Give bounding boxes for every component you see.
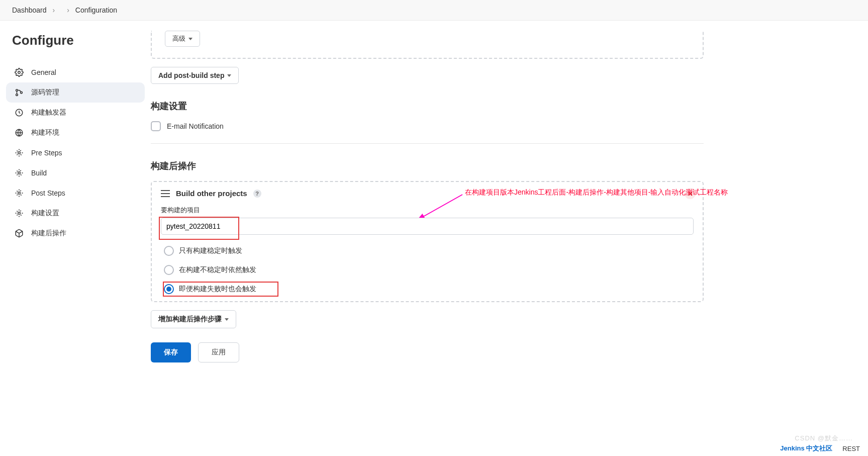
section-post-build: 构建后操作 bbox=[151, 160, 704, 172]
nav-label: 构建设置 bbox=[31, 209, 59, 218]
svg-point-9 bbox=[18, 212, 21, 215]
nav-label: Post Steps bbox=[31, 189, 65, 197]
nav-general[interactable]: General bbox=[6, 62, 145, 82]
nav-label: 构建后操作 bbox=[31, 229, 66, 238]
chevron-right-icon: › bbox=[53, 6, 55, 14]
add-post-build-step-button[interactable]: Add post-build step bbox=[151, 67, 239, 84]
svg-point-7 bbox=[18, 172, 21, 174]
svg-point-1 bbox=[16, 89, 18, 92]
gear-icon bbox=[14, 148, 24, 158]
svg-point-3 bbox=[21, 92, 23, 94]
breadcrumb: Dashboard › › Configuration bbox=[0, 0, 868, 21]
nav-scm[interactable]: 源码管理 bbox=[6, 82, 145, 103]
nav-label: 构建环境 bbox=[31, 128, 59, 137]
add-post-build-action-button[interactable]: 增加构建后操作步骤 bbox=[151, 310, 236, 328]
nav-label: Pre Steps bbox=[31, 149, 62, 157]
page-title: Configure bbox=[12, 33, 139, 48]
build-other-projects-box: ✕ Build other projects ? 在构建项目版本Jenkins工… bbox=[151, 181, 704, 302]
sidebar: Configure General 源码管理 构建触发器 构建环境 Pre St… bbox=[0, 21, 151, 383]
breadcrumb-item[interactable]: Dashboard bbox=[12, 6, 47, 14]
chevron-down-icon bbox=[225, 318, 229, 321]
email-notification-label: E-mail Notification bbox=[167, 122, 224, 130]
nav-build[interactable]: Build bbox=[6, 163, 145, 183]
divider bbox=[151, 143, 704, 144]
nav-build-env[interactable]: 构建环境 bbox=[6, 123, 145, 143]
main-content: 高级 Add post-build step 构建设置 E-mail Notif… bbox=[151, 21, 724, 383]
radio-stable-only[interactable]: 只有构建稳定时触发 bbox=[164, 246, 694, 256]
drag-handle-icon[interactable] bbox=[161, 190, 170, 197]
svg-point-2 bbox=[16, 94, 18, 96]
projects-to-build-input[interactable] bbox=[161, 218, 694, 235]
apply-button[interactable]: 应用 bbox=[198, 342, 239, 362]
globe-icon bbox=[14, 128, 24, 138]
nav-label: 构建触发器 bbox=[31, 108, 66, 117]
radio-icon bbox=[164, 246, 174, 256]
email-notification-checkbox[interactable] bbox=[151, 121, 161, 131]
chevron-down-icon bbox=[188, 38, 192, 40]
gear-icon bbox=[14, 67, 24, 77]
radio-icon bbox=[164, 265, 174, 275]
svg-point-6 bbox=[18, 152, 21, 154]
radio-icon bbox=[164, 284, 174, 294]
radio-unstable[interactable]: 在构建不稳定时依然触发 bbox=[164, 265, 694, 275]
advanced-button[interactable]: 高级 bbox=[165, 31, 200, 47]
gear-icon bbox=[14, 208, 24, 218]
prev-step-box: 高级 bbox=[151, 31, 704, 59]
svg-point-0 bbox=[18, 71, 21, 74]
chevron-down-icon bbox=[227, 74, 231, 77]
nav-build-settings[interactable]: 构建设置 bbox=[6, 203, 145, 223]
package-icon bbox=[14, 228, 24, 238]
nav-pre-steps[interactable]: Pre Steps bbox=[6, 143, 145, 163]
annotation-text: 在构建项目版本Jenkins工程后面-构建后操作-构建其他项目-输入自动化测试工… bbox=[465, 188, 728, 197]
branch-icon bbox=[14, 87, 24, 98]
nav-triggers[interactable]: 构建触发器 bbox=[6, 103, 145, 123]
svg-point-8 bbox=[18, 192, 21, 195]
nav-label: General bbox=[31, 68, 56, 76]
nav-post-steps[interactable]: Post Steps bbox=[6, 183, 145, 203]
section-build-settings: 构建设置 bbox=[151, 100, 704, 112]
nav-post-build-actions[interactable]: 构建后操作 bbox=[6, 223, 145, 243]
help-icon[interactable]: ? bbox=[253, 190, 261, 198]
gear-icon bbox=[14, 168, 24, 178]
clock-icon bbox=[14, 108, 24, 118]
save-button[interactable]: 保存 bbox=[151, 342, 191, 362]
nav-label: Build bbox=[31, 169, 47, 177]
radio-even-failed[interactable]: 即便构建失败时也会触发 bbox=[164, 284, 694, 294]
trigger-condition-group: 只有构建稳定时触发 在构建不稳定时依然触发 即便构建失败时也会触发 bbox=[164, 246, 694, 294]
projects-field-label: 要构建的项目 bbox=[161, 206, 694, 215]
nav-label: 源码管理 bbox=[31, 88, 59, 97]
step-title: Build other projects bbox=[176, 189, 247, 198]
gear-icon bbox=[14, 188, 24, 198]
chevron-right-icon: › bbox=[67, 6, 69, 14]
breadcrumb-item: Configuration bbox=[75, 6, 117, 14]
